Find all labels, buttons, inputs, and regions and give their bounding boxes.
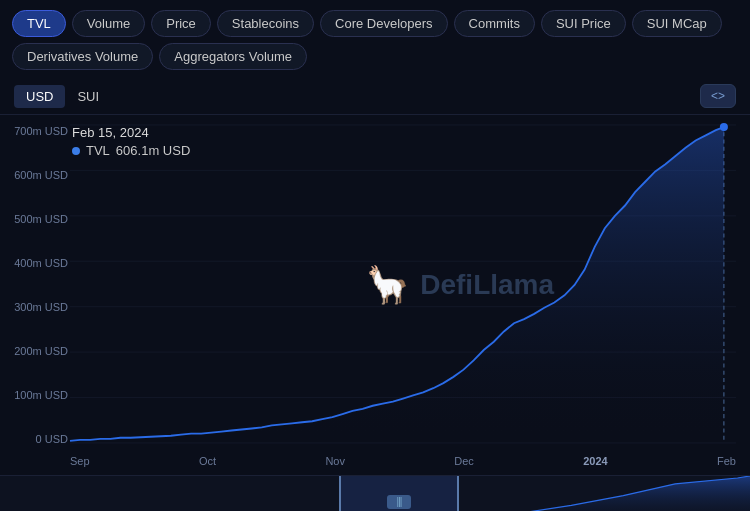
currency-btn-usd[interactable]: USD	[14, 85, 65, 108]
y-axis-labels: 700m USD600m USD500m USD400m USD300m USD…	[6, 125, 68, 445]
x-label: Oct	[199, 455, 216, 467]
y-label: 500m USD	[6, 213, 68, 225]
tooltip-box: Feb 15, 2024 TVL 606.1m USD	[72, 125, 190, 158]
y-label: 300m USD	[6, 301, 68, 313]
currency-row: USDSUI<>	[0, 78, 750, 115]
nav-btn-stablecoins[interactable]: Stablecoins	[217, 10, 314, 37]
x-label: Sep	[70, 455, 90, 467]
nav-btn-aggregators-volume[interactable]: Aggregators Volume	[159, 43, 307, 70]
tooltip-amount: 606.1m USD	[116, 143, 190, 158]
embed-button[interactable]: <>	[700, 84, 736, 108]
y-label: 0 USD	[6, 433, 68, 445]
y-label: 400m USD	[6, 257, 68, 269]
nav-btn-derivatives-volume[interactable]: Derivatives Volume	[12, 43, 153, 70]
mini-chart[interactable]: |||	[0, 475, 750, 511]
x-label: Nov	[325, 455, 345, 467]
y-label: 100m USD	[6, 389, 68, 401]
y-label: 600m USD	[6, 169, 68, 181]
nav-btn-tvl[interactable]: TVL	[12, 10, 66, 37]
x-label: Feb	[717, 455, 736, 467]
tooltip-metric: TVL	[86, 143, 110, 158]
tooltip-value: TVL 606.1m USD	[72, 143, 190, 158]
top-nav: TVLVolumePriceStablecoinsCore Developers…	[0, 0, 750, 43]
tvl-chart	[70, 125, 736, 445]
second-nav-row: Derivatives VolumeAggregators Volume	[0, 43, 750, 78]
handle-lines: |||	[397, 496, 402, 507]
x-label: Dec	[454, 455, 474, 467]
y-label: 200m USD	[6, 345, 68, 357]
svg-point-9	[720, 123, 728, 131]
tooltip-date: Feb 15, 2024	[72, 125, 190, 140]
nav-btn-volume[interactable]: Volume	[72, 10, 145, 37]
slider-handle[interactable]: |||	[387, 495, 411, 509]
y-label: 700m USD	[6, 125, 68, 137]
mini-slider: |||	[0, 476, 750, 511]
nav-btn-sui-mcap[interactable]: SUI MCap	[632, 10, 722, 37]
chart-area: 700m USD600m USD500m USD400m USD300m USD…	[0, 115, 750, 475]
currency-btn-sui[interactable]: SUI	[65, 85, 111, 108]
nav-btn-sui-price[interactable]: SUI Price	[541, 10, 626, 37]
nav-btn-core-developers[interactable]: Core Developers	[320, 10, 448, 37]
x-axis-labels: SepOctNovDec2024Feb	[70, 455, 736, 467]
chart-inner: Feb 15, 2024 TVL 606.1m USD	[70, 125, 736, 445]
x-label: 2024	[583, 455, 607, 467]
tvl-dot	[72, 147, 80, 155]
mini-slider-thumb[interactable]: |||	[339, 476, 459, 511]
nav-btn-commits[interactable]: Commits	[454, 10, 535, 37]
nav-btn-price[interactable]: Price	[151, 10, 211, 37]
